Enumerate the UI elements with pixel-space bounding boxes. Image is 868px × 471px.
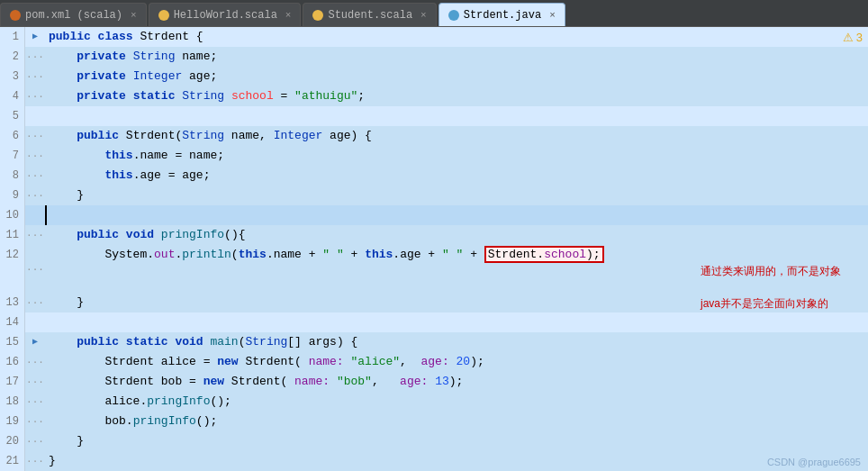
gutter-empty (25, 106, 45, 126)
tab-icon-student (312, 10, 323, 21)
gutter-dots: ··· (25, 166, 45, 186)
gutter-empty (25, 205, 45, 225)
gutter-dots: ··· (25, 431, 45, 451)
code-content: } (45, 431, 868, 451)
close-tab-hello[interactable]: × (285, 10, 292, 21)
table-row: 12 ··· System.out.println(this.name + " … (0, 245, 868, 293)
table-row: 11 ··· public void pringInfo(){ (0, 225, 868, 245)
table-row: 3 ··· private Integer age; (0, 67, 868, 86)
table-row: 2 ··· private String name; (0, 47, 868, 67)
code-content: private String name; (45, 47, 868, 67)
code-content: } (45, 186, 868, 205)
code-content: bob.pringInfo(); (45, 412, 868, 431)
line-number: 4 (0, 86, 25, 106)
code-content: Strdent bob = new Strdent( name: "bob", … (45, 372, 868, 392)
tab-label-pom: pom.xml (scala) (25, 9, 122, 22)
line-number: 20 (0, 431, 25, 451)
table-row: 14 (0, 312, 868, 332)
gutter-arrow: ▶ (25, 332, 45, 352)
line-number: 5 (0, 106, 25, 126)
tab-label-strdent: Strdent.java (464, 9, 541, 22)
code-content: } (45, 293, 868, 312)
gutter-dots: ··· (25, 225, 45, 245)
code-content: } (45, 451, 868, 471)
line-number: 21 (0, 451, 25, 471)
table-row: 5 (0, 106, 868, 126)
gutter-dots: ··· (25, 293, 45, 312)
table-row: 15 ▶ public static void main(String[] ar… (0, 332, 868, 352)
close-tab-student[interactable]: × (420, 10, 427, 21)
line-number: 16 (0, 352, 25, 372)
tab-bar: pom.xml (scala) × HelloWorld.scala × Stu… (0, 0, 868, 27)
tab-icon-pom (10, 10, 21, 21)
tab-student[interactable]: Student.scala × (303, 3, 436, 26)
code-content: public static void main(String[] args) { (45, 332, 868, 352)
line-number: 14 (0, 312, 25, 332)
gutter-dots: ··· (25, 146, 45, 166)
tab-pom[interactable]: pom.xml (scala) × (0, 3, 147, 26)
line-number: 8 (0, 166, 25, 186)
gutter-dots: ··· (25, 47, 45, 67)
table-row: 20 ··· } (0, 431, 868, 451)
code-content: System.out.println(this.name + " " + thi… (45, 245, 868, 293)
gutter-dots: ··· (25, 352, 45, 372)
code-content: public void pringInfo(){ (45, 225, 868, 245)
gutter-dots: ··· (25, 451, 45, 471)
line-number: 7 (0, 146, 25, 166)
line-number: 2 (0, 47, 25, 67)
line-number: 6 (0, 126, 25, 146)
line-number: 11 (0, 225, 25, 245)
table-row: 6 ··· public Strdent(String name, Intege… (0, 126, 868, 146)
code-content: alice.pringInfo(); (45, 392, 868, 412)
table-row: 10 (0, 205, 868, 225)
line-number: 17 (0, 372, 25, 392)
code-content: private Integer age; (45, 67, 868, 86)
table-row: 16 ··· Strdent alice = new Strdent( name… (0, 352, 868, 372)
tab-label-student: Student.scala (328, 9, 412, 22)
table-row: 4 ··· private static String school = "at… (0, 86, 868, 106)
table-row: 8 ··· this.age = age; (0, 166, 868, 186)
tab-strdent[interactable]: Strdent.java × (439, 3, 565, 26)
gutter-dots: ··· (25, 67, 45, 86)
table-row: 21 ··· } (0, 451, 868, 471)
table-row: 17 ··· Strdent bob = new Strdent( name: … (0, 372, 868, 392)
code-content: Strdent alice = new Strdent( name: "alic… (45, 352, 868, 372)
gutter-dots: ··· (25, 392, 45, 412)
table-row: 9 ··· } (0, 186, 868, 205)
code-content (45, 312, 868, 332)
gutter-dots: ··· (25, 372, 45, 392)
line-number: 9 (0, 186, 25, 205)
code-content: this.name = name; (45, 146, 868, 166)
table-row: 13 ··· } (0, 293, 868, 312)
line-number: 10 (0, 205, 25, 225)
line-number: 19 (0, 412, 25, 431)
line-number: 15 (0, 332, 25, 352)
gutter-dots: ··· (25, 86, 45, 106)
code-content: public class Strdent { (45, 27, 868, 47)
table-row: 19 ··· bob.pringInfo(); (0, 412, 868, 431)
code-content: this.age = age; (45, 166, 868, 186)
gutter-empty (25, 312, 45, 332)
gutter-dots: ··· (25, 412, 45, 431)
line-number: 13 (0, 293, 25, 312)
tab-icon-strdent (448, 10, 459, 21)
gutter-dots: ··· (25, 126, 45, 146)
table-row: 18 ··· alice.pringInfo(); (0, 392, 868, 412)
tab-hello[interactable]: HelloWorld.scala × (149, 3, 302, 26)
line-number: 12 (0, 245, 25, 293)
tab-label-hello: HelloWorld.scala (174, 9, 277, 22)
line-number: 1 (0, 27, 25, 47)
close-tab-pom[interactable]: × (131, 10, 137, 21)
code-content: public Strdent(String name, Integer age)… (45, 126, 868, 146)
code-area: 1 ▶ public class Strdent { 2 ··· private… (0, 27, 868, 471)
gutter-arrow: ▶ (25, 27, 45, 47)
close-tab-strdent[interactable]: × (549, 10, 556, 21)
code-content (45, 205, 868, 225)
code-content: private static String school = "athuigu"… (45, 86, 868, 106)
gutter-dots: ··· (25, 245, 45, 293)
line-number: 18 (0, 392, 25, 412)
code-editor[interactable]: ⚠ 3 1 ▶ public class Strdent { 2 ··· pri… (0, 27, 868, 471)
gutter-dots: ··· (25, 186, 45, 205)
tab-icon-hello (158, 10, 169, 21)
table-row: 7 ··· this.name = name; (0, 146, 868, 166)
